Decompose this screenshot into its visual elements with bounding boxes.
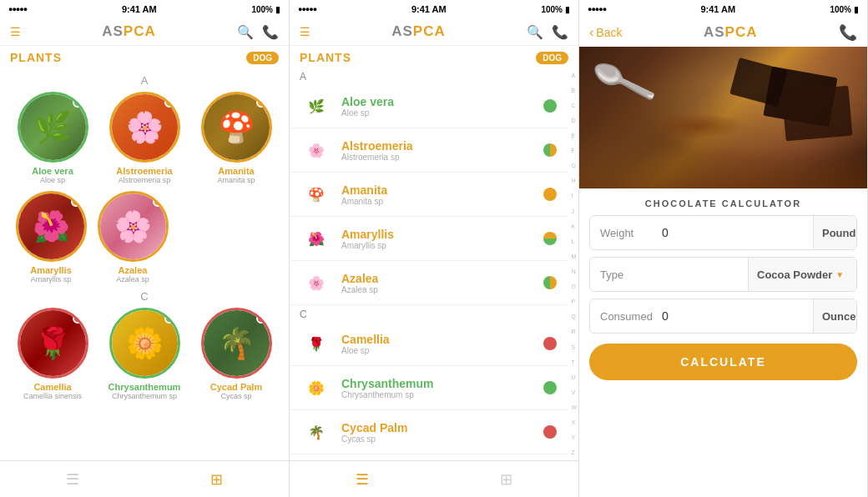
choc-bar-2 [782,86,853,142]
grid-view-btn-2[interactable]: ⊞ [434,461,578,497]
time-1: 9:41 AM [122,4,157,14]
list-img-azalea: 🌸 [300,266,333,299]
list-info-alstroemeria: Alstroemeria Alstroemeria sp [341,139,543,162]
panel-detail: ●●●●● 9:41 AM 100% ▮ ‹ Back ASPCA 📞 🥄 CH… [579,0,868,497]
list-info-azalea: Azalea Azalea sp [341,272,543,294]
list-species-alstroemeria: Alstroemeria sp [341,153,543,162]
list-name-cycad: Cycad Palm [341,421,543,434]
battery-area-3: 100% ▮ [830,5,859,14]
list-item-amanita[interactable]: 🍄 Amanita Amanita sp [290,173,567,217]
back-chevron-icon: ‹ [589,25,593,40]
type-row: Type Cocoa Powder ▼ [589,257,857,292]
list-item-aloe[interactable]: 🌿 Aloe vera Aloe sp [290,84,567,128]
status-bar-3: ●●●●● 9:41 AM 100% ▮ [579,0,867,18]
plant-cycad-grid[interactable]: 🌴 Cycad Palm Cycas sp [199,308,274,400]
time-2: 9:41 AM [411,4,447,14]
battery-pct-2: 100% [541,5,563,14]
consumed-unit-dropdown[interactable]: Ounces ▼ [813,299,857,333]
phone-call-icon[interactable]: 📞 [839,23,857,42]
plant-camellia-grid[interactable]: 🌹 Camellia Camellia sinensis [15,308,90,400]
list-view-btn-2[interactable]: ☰ [290,461,434,497]
list-dot-cycad [543,425,557,439]
list-item-camellia[interactable]: 🌹 Camellia Aloe sp [290,322,567,366]
plant-name-cycad: Cycad Palm [210,382,262,392]
plant-chrysanthemum-grid[interactable]: 🌼 Chrysanthemum Chrysanthemum sp [107,308,182,400]
list-thumb-camellia: 🌹 [300,327,333,360]
list-img-amanita: 🍄 [300,178,333,211]
weight-unit-dropdown[interactable]: Pounds ▼ [813,216,857,249]
list-name-amaryllis: Amaryllis [341,228,543,241]
menu-icon-2[interactable]: ☰ [300,25,310,38]
plant-azalea-grid[interactable]: 🌸 Azalea Azalea sp [95,191,170,284]
battery-icon-1: ▮ [275,5,280,14]
list-thumb-azalea: 🌸 [300,266,333,299]
list-species-aloe: Aloe sp [341,108,543,118]
calculate-button[interactable]: CALCULATE [589,344,857,380]
type-dropdown[interactable]: Cocoa Powder ▼ [748,258,856,291]
list-content-area: A 🌿 Aloe vera Aloe sp 🌸 Alstroemeria Als… [290,68,578,460]
consumed-input[interactable] [657,309,813,323]
plant-aloe-grid[interactable]: 🌿 Aloe vera Aloe sp [15,92,90,184]
app-header-1: ☰ ASPCA 🔍 📞 [0,18,289,46]
list-name-aloe: Aloe vera [341,95,543,108]
menu-icon-1[interactable]: ☰ [10,25,21,38]
type-label: Type [590,269,657,281]
search-icon-2[interactable]: 🔍 [527,24,543,40]
list-item-azalea[interactable]: 🌸 Azalea Azalea sp [290,261,567,305]
list-item-chrysanthemum[interactable]: 🌼 Chrysanthemum Chrysanthemum sp [290,366,567,410]
logo-pca-1: PCA [124,23,156,39]
list-species-amanita: Amanita sp [341,197,543,206]
plant-row-a: 🌿 Aloe vera Aloe sp 🌸 Alstroemeria Alstr… [10,92,279,184]
list-view-btn-1[interactable]: ☰ [0,461,144,497]
search-icon-1[interactable]: 🔍 [237,24,254,40]
alpha-a-1: A [10,74,279,87]
list-thumb-amanita: 🍄 [300,178,333,211]
app-header-2: ☰ ASPCA 🔍 📞 [290,18,578,46]
list-content: A 🌿 Aloe vera Aloe sp 🌸 Alstroemeria Als… [290,68,578,460]
weight-input[interactable] [657,226,813,239]
phone-icon-1[interactable]: 📞 [262,24,279,40]
list-img-amaryllis: 🌺 [300,222,333,255]
consumed-label: Consumed [590,310,657,323]
chocolate-hero-image: 🥄 [579,47,867,188]
back-button[interactable]: ‹ Back [589,25,622,40]
list-item-cycad[interactable]: 🌴 Cycad Palm Cycas sp [290,410,567,454]
calculator-area: CHOCOLATE CALCULATOR Weight Pounds ▼ Typ… [579,188,867,497]
plant-amaryllis-grid[interactable]: 🌺 Amaryllis Amaryllis sp [13,191,88,284]
list-name-chrysanthemum: Chrysanthemum [341,377,543,390]
plant-species-aloe: Aloe sp [40,176,65,184]
plant-species-alstroemeria: Alstroemeria sp [119,176,171,184]
list-thumb-alstroemeria: 🌸 [300,133,333,167]
signal-2: ●●●●● [298,5,316,13]
plant-alstroemeria-grid[interactable]: 🌸 Alstroemeria Alstroemeria sp [107,92,182,184]
list-info-chrysanthemum: Chrysanthemum Chrysanthemum sp [341,377,543,399]
plant-name-azalea: Azalea [119,265,148,275]
plant-name-alstroemeria: Alstroemeria [116,166,172,176]
list-img-chrysanthemum: 🌼 [300,371,333,404]
list-species-cycad: Cycas sp [341,434,543,444]
list-species-amaryllis: Amaryllis sp [341,241,543,250]
list-item-alstroemeria[interactable]: 🌸 Alstroemeria Alstroemeria sp [290,128,567,173]
panel-grid: ●●●●● 9:41 AM 100% ▮ ☰ ASPCA 🔍 📞 PLANTS … [0,0,290,497]
list-img-cycad: 🌴 [300,415,333,449]
plant-species-camellia: Camellia sinensis [23,392,82,400]
plant-circle-amaryllis: 🌺 [16,191,87,262]
grid-view-btn-1[interactable]: ⊞ [144,461,289,497]
plant-species-amaryllis: Amaryllis sp [31,275,72,284]
dot-azalea [153,197,163,207]
powder-scatter [646,113,746,138]
header-icons-1: 🔍 📞 [237,24,279,40]
phone-icon-2[interactable]: 📞 [552,24,568,40]
plant-name-camellia: Camellia [33,382,71,392]
dog-badge-2: DOG [536,52,568,64]
plant-circle-chrysanthemum: 🌼 [109,308,180,379]
plants-label-2: PLANTS [300,51,351,64]
weight-unit-label: Pounds [822,227,857,239]
list-img-alstroemeria: 🌸 [300,133,333,167]
list-item-amaryllis[interactable]: 🌺 Amaryllis Amaryllis sp [290,217,567,261]
dot-aloe [73,98,83,108]
list-name-amanita: Amanita [341,183,543,197]
plant-amanita-grid[interactable]: 🍄 Amanita Amanita sp [199,92,274,184]
plant-name-amaryllis: Amaryllis [30,265,72,275]
plant-species-chrysanthemum: Chrysanthemum sp [112,392,177,400]
